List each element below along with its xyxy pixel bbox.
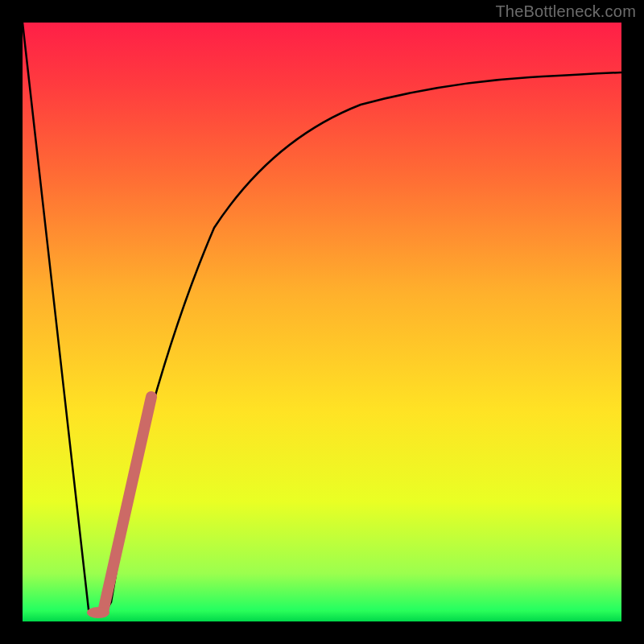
- chart-svg: [23, 23, 621, 621]
- watermark-text: TheBottleneck.com: [495, 2, 636, 21]
- chart-frame: TheBottleneck.com: [0, 0, 644, 644]
- bottleneck-curve: [23, 23, 621, 613]
- accent-segment: [103, 397, 151, 612]
- accent-base-dot: [87, 607, 109, 618]
